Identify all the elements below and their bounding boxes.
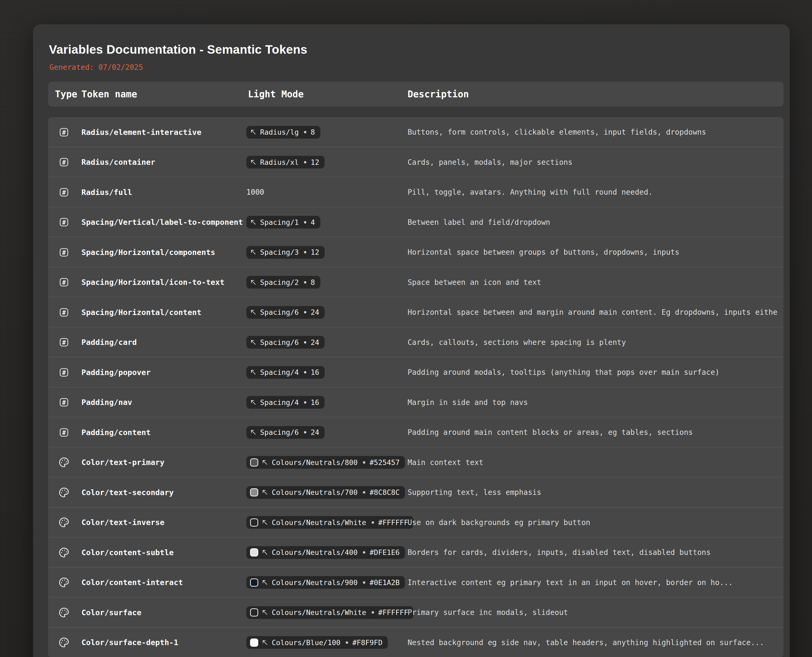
svg-text:#: # [62,309,66,316]
resolved-value: #525457 [370,458,400,467]
token-description: Primary surface inc modals, slideout [408,598,784,627]
resolved-value: #FFFFFF [378,518,408,526]
color-token-icon [57,598,70,627]
table-row: # Padding/nav Spacing/416 Margin in side… [48,388,784,418]
resolved-value: 24 [311,308,319,316]
table-row: # Spacing/Vertical/label-to-component Sp… [48,207,784,238]
dot-separator-icon [304,281,306,283]
token-description: Main context text [408,447,784,478]
column-header-description: Description [408,82,469,107]
number-token-icon: # [57,147,70,177]
color-swatch [250,608,258,617]
resolved-value: #FFFFFF [378,608,408,617]
page-title: Variables Documentation - Semantic Token… [49,42,307,57]
alias-arrow-icon [250,309,257,316]
alias-token-name: Spacing/2 [260,278,299,286]
table-row: Color/text-inverse Colours/Neutrals/Whit… [48,508,784,538]
color-token-icon [57,447,70,478]
token-light-mode-value: 1000 [246,177,264,207]
token-description: Nested background eg side nav, table hea… [408,627,784,657]
alias-token-name: Spacing/1 [260,218,299,226]
token-name: Color/surface [81,598,141,627]
token-description: Padding around main content blocks or ar… [408,417,784,447]
resolved-value: 4 [311,218,315,226]
dot-separator-icon [372,611,374,613]
color-token-icon [57,537,70,568]
token-name: Color/content-subtle [81,537,174,568]
table-row: # Padding/card Spacing/624 Cards, callou… [48,327,784,358]
alias-arrow-icon [262,489,268,496]
alias-pill: Colours/Neutrals/700#8C8C8C [246,486,405,499]
alias-token-name: Colours/Neutrals/White [272,608,366,617]
documentation-card: Variables Documentation - Semantic Token… [33,24,790,657]
dot-separator-icon [363,581,365,584]
alias-arrow-icon [250,219,257,226]
color-swatch [250,638,258,647]
table-row: Color/content-interact Colours/Neutrals/… [48,568,784,598]
alias-pill: Colours/Neutrals/800#525457 [246,456,405,469]
resolved-value: #8C8C8C [370,488,400,497]
color-token-icon [57,568,70,598]
token-light-mode-value: Spacing/28 [246,268,320,297]
token-light-mode-value: Colours/Neutrals/900#0E1A2B [246,568,405,598]
token-description: Cards, panels, modals, major sections [408,147,784,177]
token-light-mode-value: Radius/xl12 [246,147,324,177]
token-description: Use on dark backgrounds eg primary butto… [408,508,784,538]
alias-token-name: Colours/Neutrals/White [272,518,366,526]
alias-token-name: Colours/Neutrals/400 [272,548,358,556]
resolved-value: 16 [311,399,319,406]
alias-pill: Spacing/312 [246,246,324,258]
alias-pill: Colours/Neutrals/400#DFE1E6 [246,546,405,559]
token-name: Padding/card [81,327,137,358]
color-swatch [250,488,258,497]
number-token-icon: # [57,417,70,447]
token-description: Cards, callouts, sections where spacing … [408,327,784,358]
alias-arrow-icon [250,129,257,135]
token-light-mode-value: Colours/Neutrals/800#525457 [246,447,405,478]
alias-token-name: Spacing/6 [260,338,299,347]
color-token-icon [57,627,70,657]
number-token-icon: # [57,268,70,297]
generated-date-label: Generated: 07/02/2025 [50,63,143,72]
table-row: Color/text-primary Colours/Neutrals/800#… [48,447,784,478]
token-description: Space between an icon and text [408,268,784,297]
alias-token-name: Spacing/6 [260,428,299,436]
token-description: Interactive content eg primary text in a… [408,568,784,598]
resolved-value: 8 [311,278,315,286]
number-token-icon: # [57,297,70,327]
alias-token-name: Spacing/6 [260,308,299,316]
alias-token-name: Radius/xl [260,158,299,167]
token-light-mode-value: Colours/Blue/100#F8F9FD [246,627,388,657]
alias-token-name: Colours/Neutrals/800 [272,458,358,467]
alias-token-name: Spacing/4 [260,368,299,376]
token-light-mode-value: Colours/Neutrals/White#FFFFFF [246,508,413,538]
dot-separator-icon [304,431,306,433]
svg-text:#: # [62,279,66,286]
number-token-icon: # [57,327,70,358]
dot-separator-icon [363,551,365,554]
alias-pill: Colours/Neutrals/900#0E1A2B [246,576,405,589]
token-light-mode-value: Spacing/416 [246,388,324,418]
number-token-icon: # [57,357,70,388]
table-row: # Padding/popover Spacing/416 Padding ar… [48,357,784,388]
svg-text:#: # [62,159,66,166]
token-light-mode-value: Spacing/416 [246,357,324,388]
alias-arrow-icon [262,519,268,526]
resolved-value: 24 [311,428,319,436]
token-description: Horizontal space between groups of butto… [408,237,784,268]
number-token-icon: # [57,207,70,238]
token-name: Padding/content [81,417,151,447]
alias-arrow-icon [250,399,257,406]
resolved-value: 16 [311,368,319,376]
token-name: Radius/container [81,147,155,177]
dot-separator-icon [346,641,348,644]
dot-separator-icon [304,221,306,224]
number-token-icon: # [57,117,70,147]
alias-pill: Radius/lg8 [246,126,320,139]
table-header: Type Token name Light Mode Description [48,82,784,107]
token-description: Buttons, form controls, clickable elemen… [408,117,784,147]
token-name: Color/text-primary [81,447,165,478]
color-swatch [250,578,258,587]
resolved-value: #0E1A2B [370,578,400,587]
token-name: Radius/element-interactive [81,117,202,147]
